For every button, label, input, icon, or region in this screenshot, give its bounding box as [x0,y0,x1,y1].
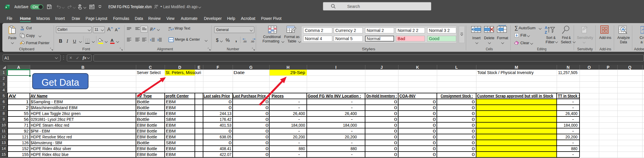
svg-text:ab: ab [150,26,154,32]
svg-text:.00: .00 [243,40,247,43]
svg-text:A: A [545,25,548,30]
svg-text:Z: Z [545,30,547,35]
svg-text:c: c [168,29,170,31]
svg-text:.00: .00 [251,40,254,43]
svg-text:X: X [5,6,7,9]
